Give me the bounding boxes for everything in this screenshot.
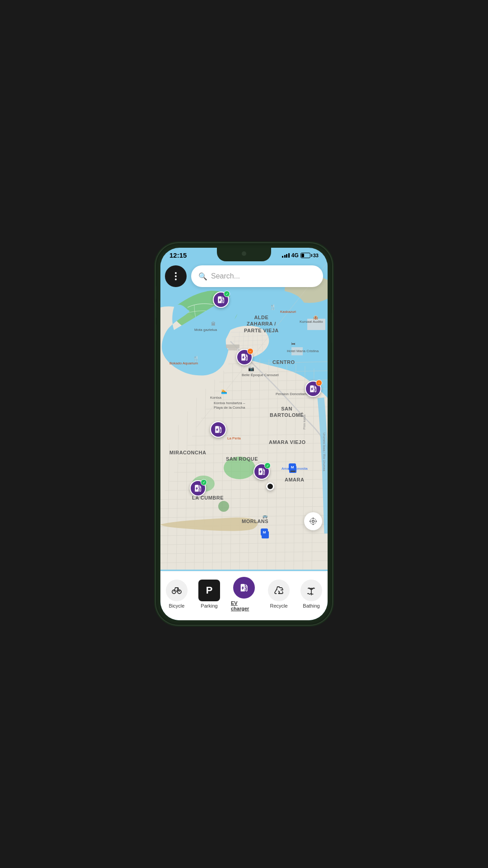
map-svg: ⬛ <box>160 261 328 571</box>
svg-rect-57 <box>226 344 239 348</box>
volume-down-button <box>156 325 156 340</box>
svg-rect-60 <box>291 347 303 355</box>
svg-point-54 <box>224 457 255 479</box>
ev-marker-5[interactable]: ✓ <box>253 463 270 480</box>
ev-marker-3-badge: − <box>316 380 322 386</box>
ev-charger-icon <box>216 295 225 304</box>
nav-item-bicycle[interactable]: Bicycle <box>160 578 193 610</box>
ev-marker-1-badge: ✓ <box>224 291 230 297</box>
swim-icon-kontxa: 🏊 <box>221 388 227 394</box>
nav-label-bathing: Bathing <box>303 603 319 609</box>
signal-icon <box>282 253 290 258</box>
bottom-nav: Bicycle P Parking EV charger <box>160 571 328 620</box>
bathing-icon <box>305 585 317 596</box>
nav-label-recycle: Recycle <box>270 603 287 609</box>
search-icon: 🔍 <box>198 272 207 281</box>
label-river: Urumea ibaia / Río Urumea <box>323 433 326 471</box>
status-icons: 4G 33 <box>282 252 319 259</box>
search-input: Search... <box>211 272 316 280</box>
svg-point-64 <box>312 520 314 523</box>
camera-icon-belle-epoque: 📷 <box>248 366 254 372</box>
ev-marker-6-badge: ✓ <box>201 479 207 486</box>
ev-charger-icon <box>309 384 318 393</box>
svg-point-65 <box>310 518 316 524</box>
restaurant-icon-kaskazuri: 🍴 <box>270 304 276 310</box>
svg-rect-59 <box>307 319 325 330</box>
phone-frame: 12:15 4G 33 <box>156 243 332 625</box>
ev-marker-1[interactable]: ✓ <box>213 292 229 308</box>
ev-marker-6[interactable]: ✓ <box>190 480 206 496</box>
nav-label-bicycle: Bicycle <box>169 603 185 609</box>
power-button <box>332 313 332 343</box>
menu-dots-icon <box>175 272 177 280</box>
restaurant-icon-bokado: 🍴 <box>193 356 199 362</box>
network-type: 4G <box>291 252 299 259</box>
transit-badge-amara: M <box>289 463 296 471</box>
monument-icon: 🏛 <box>211 321 216 326</box>
bicycle-icon <box>171 585 182 596</box>
location-button[interactable] <box>304 512 322 530</box>
phone-screen: 12:15 4G 33 <box>160 248 328 620</box>
ev-marker-5-badge: ✓ <box>264 462 271 469</box>
mute-button <box>156 286 156 299</box>
ev-charger-icon <box>193 484 202 493</box>
map-container[interactable]: ⬛ 🔍 Search... <box>160 261 328 571</box>
nav-item-parking[interactable]: P Parking <box>193 578 225 610</box>
nav-label-parking: Parking <box>201 603 217 609</box>
ev-charger-nav-icon <box>239 583 249 593</box>
nav-item-ev-charger[interactable]: EV charger <box>225 575 263 613</box>
ev-charger-icon <box>214 425 223 434</box>
ev-marker-3[interactable]: − <box>305 381 321 397</box>
hotel-icon-maria: 🛏 <box>291 341 296 346</box>
camera <box>242 251 246 256</box>
bicycle-icon-wrap <box>166 580 188 601</box>
ev-marker-4[interactable] <box>210 421 226 438</box>
transit-icon-morlans: 🚌 <box>263 514 267 519</box>
parking-icon-wrap: P <box>198 580 220 601</box>
notch <box>217 248 271 261</box>
bathing-icon-wrap <box>300 580 322 601</box>
battery-level: 33 <box>313 253 319 258</box>
battery-indicator: 33 <box>300 253 319 258</box>
menu-button[interactable] <box>165 265 187 287</box>
user-location <box>266 482 274 491</box>
search-bar[interactable]: 🔍 Search... <box>191 265 323 287</box>
hotel-icon-kursaal: 🏨 <box>313 315 318 320</box>
transit-badge-morlans: M <box>261 528 268 536</box>
nav-item-bathing[interactable]: Bathing <box>295 578 328 610</box>
recycle-icon <box>273 585 284 596</box>
ev-marker-2[interactable]: − <box>236 349 253 365</box>
volume-up-button <box>156 302 156 318</box>
top-controls: 🔍 Search... <box>165 265 323 287</box>
compass-icon <box>309 517 318 526</box>
svg-point-56 <box>218 501 229 512</box>
svg-point-69 <box>310 588 312 590</box>
nav-item-recycle[interactable]: Recycle <box>263 578 295 610</box>
recycle-icon-wrap <box>268 580 290 601</box>
nav-label-ev-charger: EV charger <box>231 600 257 611</box>
svg-rect-58 <box>228 348 237 350</box>
status-time: 12:15 <box>169 251 187 259</box>
ev-charger-icon <box>240 353 249 362</box>
ev-marker-2-badge: − <box>247 348 253 354</box>
parking-icon: P <box>206 585 213 596</box>
ev-charger-icon-wrap <box>233 577 255 599</box>
ev-charger-icon <box>257 467 266 476</box>
